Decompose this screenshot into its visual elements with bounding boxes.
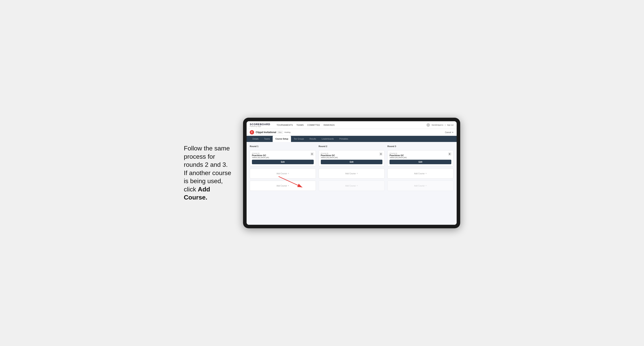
course-card-r2-a: (Course A) Peachtree GC Yellow (M) (6629… [319, 150, 385, 167]
edit-course-button[interactable]: Edit [252, 160, 314, 164]
tablet-screen: SCOREBOARD Powered by clippd TOURNAMENTS… [246, 121, 457, 225]
course-info-r2: (Course A) Peachtree GC Yellow (M) (6629… [321, 152, 338, 159]
user-avatar [426, 123, 430, 127]
separator: | [445, 124, 446, 126]
trash-icon: 🗑 [311, 153, 313, 155]
round-1-title: Round 1 [250, 145, 316, 148]
user-email: blair@clippd.io [432, 124, 443, 126]
round-2-column: Round 2 (Course A) Peachtree GC Yellow (… [319, 145, 385, 191]
course-info: (Course A) Peachtree GC Yellow (M) (6629… [252, 152, 269, 159]
cancel-button[interactable]: Cancel ✕ [445, 131, 454, 134]
plus-icon-2: + [288, 184, 289, 187]
course-name-r2: Peachtree GC [321, 154, 338, 157]
page-wrapper: Follow the same process for rounds 2 and… [184, 118, 460, 228]
add-course-label-2: Add Course + [276, 184, 289, 187]
tournament-badge: Men [278, 131, 283, 134]
tournament-logo: C [250, 130, 254, 135]
course-tee-r3: Yellow (M) (6629 yds) [390, 157, 407, 159]
course-info-r3: (Course A) Peachtree GC Yellow (M) (6629… [390, 152, 407, 159]
add-course-card-r3-2[interactable]: Add Course + [387, 180, 454, 191]
tab-tee-groups[interactable]: Tee Groups [291, 136, 307, 142]
round-1-column: Round 1 (Course A) Peachtree GC Yellow (… [250, 145, 316, 191]
instruction-panel: Follow the same process for rounds 2 and… [184, 144, 235, 202]
nav-tournaments[interactable]: TOURNAMENTS [276, 124, 293, 126]
trash-icon-r3: 🗑 [449, 153, 450, 155]
course-card-header: (Course A) Peachtree GC Yellow (M) (6629… [252, 152, 314, 159]
cancel-x-icon: ✕ [452, 131, 454, 134]
edit-course-button-r3[interactable]: Edit [390, 160, 451, 164]
top-nav: SCOREBOARD Powered by clippd TOURNAMENTS… [246, 121, 457, 129]
trash-icon-r2: 🗑 [380, 153, 382, 155]
plus-icon-r2-2: + [356, 184, 358, 187]
instruction-text: Follow the same process for rounds 2 and… [184, 145, 231, 201]
nav-committee[interactable]: COMMITTEE [307, 124, 320, 126]
plus-icon-r3-1: + [426, 172, 427, 175]
course-card-r1-a: (Course A) Peachtree GC Yellow (M) (6629… [250, 150, 316, 167]
tab-results[interactable]: Results [307, 136, 319, 142]
delete-course-button-r2[interactable]: 🗑 [379, 152, 382, 156]
tablet-frame: SCOREBOARD Powered by clippd TOURNAMENTS… [243, 118, 460, 228]
nav-links: TOURNAMENTS TEAMS COMMITTEE RANKINGS [276, 124, 423, 126]
add-course-label-r3-1: Add Course + [414, 172, 427, 175]
round-3-column: Round 3 (Course A) Peachtree GC Yellow (… [387, 145, 454, 191]
logo-area: SCOREBOARD Powered by clippd [250, 123, 270, 127]
add-course-label-r3-2: Add Course + [414, 184, 427, 187]
add-course-card-r1-1[interactable]: Add Course + [250, 168, 316, 179]
tab-course-setup[interactable]: Course Setup [273, 136, 291, 142]
logo-sub: Powered by clippd [250, 126, 270, 127]
logo-scoreboard: SCOREBOARD [250, 123, 270, 126]
plus-icon-r2-1: + [356, 172, 358, 175]
add-course-card-r2-1[interactable]: Add Course + [319, 168, 385, 179]
course-name-r3: Peachtree GC [390, 154, 407, 157]
sign-out-link[interactable]: Sign out [447, 124, 454, 126]
add-course-card-r2-2[interactable]: Add Course + [319, 180, 385, 191]
nav-right: blair@clippd.io | Sign out [426, 123, 454, 127]
add-course-label-r2-2: Add Course + [345, 184, 358, 187]
course-label-r3: (Course A) [390, 152, 407, 154]
nav-rankings[interactable]: RANKINGS [324, 124, 335, 126]
add-course-label: Add Course + [276, 172, 289, 175]
add-course-card-r1-2[interactable]: Add Course + [250, 180, 316, 191]
main-content: Round 1 (Course A) Peachtree GC Yellow (… [246, 142, 457, 225]
tab-printables[interactable]: Printables [336, 136, 351, 142]
course-label: (Course A) [252, 152, 269, 154]
course-card-header-r2: (Course A) Peachtree GC Yellow (M) (6629… [321, 152, 382, 159]
hosting-badge: Hosting [284, 131, 290, 133]
tournament-name: Clippd Invitational [256, 131, 276, 134]
course-card-header-r3: (Course A) Peachtree GC Yellow (M) (6629… [390, 152, 451, 159]
plus-icon-r3-2: + [426, 184, 427, 187]
tab-details[interactable]: Details [250, 136, 262, 142]
delete-course-button-r3[interactable]: 🗑 [448, 152, 451, 156]
course-label-r2: (Course A) [321, 152, 338, 154]
rounds-grid: Round 1 (Course A) Peachtree GC Yellow (… [250, 145, 454, 191]
nav-teams[interactable]: TEAMS [296, 124, 304, 126]
round-3-title: Round 3 [387, 145, 454, 148]
add-course-card-r3-1[interactable]: Add Course + [387, 168, 454, 179]
tournament-bar: C Clippd Invitational Men Hosting Cancel… [246, 129, 457, 136]
plus-icon: + [288, 172, 289, 175]
course-tee: Yellow (M) (6629 yds) [252, 157, 269, 159]
course-tee-r2: Yellow (M) (6629 yds) [321, 157, 338, 159]
round-2-title: Round 2 [319, 145, 385, 148]
add-course-label-r2-1: Add Course + [345, 172, 358, 175]
tab-leaderboards[interactable]: Leaderboards [319, 136, 336, 142]
tab-bar: Details Teams Course Setup Tee Groups Re… [246, 136, 457, 142]
edit-course-button-r2[interactable]: Edit [321, 160, 382, 164]
tab-teams[interactable]: Teams [262, 136, 273, 142]
delete-course-button[interactable]: 🗑 [310, 152, 314, 156]
course-name: Peachtree GC [252, 154, 269, 157]
course-card-r3-a: (Course A) Peachtree GC Yellow (M) (6629… [387, 150, 454, 167]
